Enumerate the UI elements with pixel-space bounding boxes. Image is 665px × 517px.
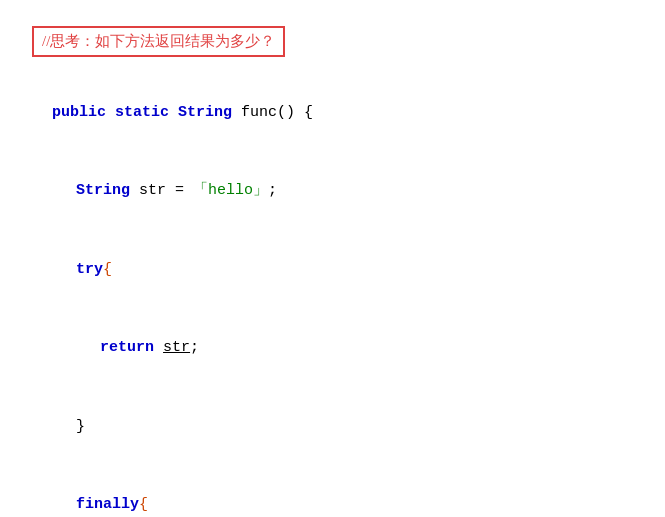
type-string2: String xyxy=(76,182,130,199)
code-line-finally: finally{ xyxy=(0,466,665,518)
keyword-try: try xyxy=(76,261,103,278)
keyword-public: public xyxy=(52,104,106,121)
code-line-try: try{ xyxy=(0,230,665,309)
string-hello: 「hello」 xyxy=(193,182,268,199)
keyword-static: static xyxy=(115,104,169,121)
code-line-str-decl: String str = 「hello」; xyxy=(0,152,665,231)
var-str-return: str xyxy=(163,339,190,356)
code-line-try-close: } xyxy=(0,387,665,466)
code-line-func-decl: public static String func() { xyxy=(0,73,665,152)
first-code-block: //思考：如下方法返回结果为多少？ public static String f… xyxy=(0,0,665,517)
type-string: String xyxy=(178,104,232,121)
comment-container: //思考：如下方法返回结果为多少？ xyxy=(0,10,665,73)
keyword-return: return xyxy=(100,339,154,356)
comment-box: //思考：如下方法返回结果为多少？ xyxy=(32,26,285,57)
code-line-return: return str; xyxy=(0,309,665,388)
keyword-finally: finally xyxy=(76,496,139,513)
